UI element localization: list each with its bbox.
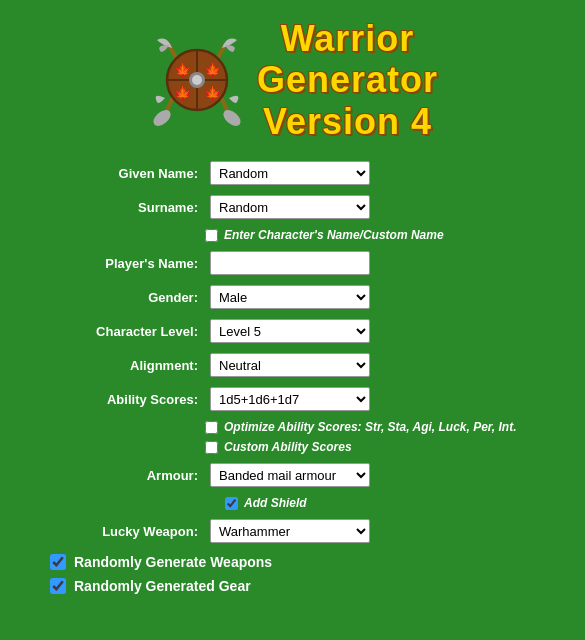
optimize-ability-checkbox[interactable]	[205, 421, 218, 434]
custom-name-checkbox-row: Enter Character's Name/Custom Name	[50, 228, 535, 242]
alignment-label: Alignment:	[50, 358, 210, 373]
gender-select[interactable]: Male Female	[210, 285, 370, 309]
title-line1: Warrior	[257, 18, 438, 59]
svg-point-3	[220, 107, 243, 129]
header: 🍁 🍁 🍁 🍁 Warrior Generator Version 4	[20, 10, 565, 142]
character-level-row: Character Level: Level 1Level 2Level 3Le…	[50, 318, 535, 344]
custom-ability-checkbox-row: Custom Ability Scores	[50, 440, 535, 454]
bottom-checkboxes: Randomly Generate Weapons Randomly Gener…	[20, 554, 565, 594]
custom-ability-label[interactable]: Custom Ability Scores	[224, 440, 352, 454]
armour-label: Armour:	[50, 468, 210, 483]
given-name-select[interactable]: Random Custom	[210, 161, 370, 185]
lucky-weapon-row: Lucky Weapon: Warhammer Longsword Dagger…	[50, 518, 535, 544]
lucky-weapon-label: Lucky Weapon:	[50, 524, 210, 539]
given-name-row: Given Name: Random Custom	[50, 160, 535, 186]
surname-row: Surname: Random Custom	[50, 194, 535, 220]
random-gear-label[interactable]: Randomly Generated Gear	[74, 578, 251, 594]
svg-text:🍁: 🍁	[173, 85, 191, 102]
custom-ability-checkbox[interactable]	[205, 441, 218, 454]
ability-scores-row: Ability Scores: 1d5+1d6+1d7 3d6 4d6 drop…	[50, 386, 535, 412]
lucky-weapon-select[interactable]: Warhammer Longsword Dagger Axe Spear Mac…	[210, 519, 370, 543]
title-text: Warrior Generator Version 4	[257, 18, 438, 142]
title-line2: Generator	[257, 59, 438, 100]
optimize-checkbox-row: Optimize Ability Scores: Str, Sta, Agi, …	[50, 420, 535, 434]
armour-select[interactable]: No armour Leather armour Studded leather…	[210, 463, 370, 487]
shield-logo: 🍁 🍁 🍁 🍁	[147, 30, 247, 130]
surname-label: Surname:	[50, 200, 210, 215]
random-weapons-checkbox[interactable]	[50, 554, 66, 570]
random-gear-checkbox[interactable]	[50, 578, 66, 594]
gender-row: Gender: Male Female	[50, 284, 535, 310]
surname-select[interactable]: Random Custom	[210, 195, 370, 219]
gender-label: Gender:	[50, 290, 210, 305]
svg-point-14	[192, 75, 202, 85]
alignment-select[interactable]: Lawful GoodNeutral GoodChaotic Good Lawf…	[210, 353, 370, 377]
svg-text:🍁: 🍁	[173, 62, 191, 79]
optimize-ability-label[interactable]: Optimize Ability Scores: Str, Sta, Agi, …	[224, 420, 517, 434]
title-line3: Version 4	[257, 101, 438, 142]
character-level-label: Character Level:	[50, 324, 210, 339]
custom-name-checkbox[interactable]	[205, 229, 218, 242]
ability-scores-select[interactable]: 1d5+1d6+1d7 3d6 4d6 drop lowest 2d6+6	[210, 387, 370, 411]
random-weapons-label[interactable]: Randomly Generate Weapons	[74, 554, 272, 570]
add-shield-label[interactable]: Add Shield	[244, 496, 307, 510]
character-level-select[interactable]: Level 1Level 2Level 3Level 4 Level 5Leve…	[210, 319, 370, 343]
players-name-label: Player's Name:	[50, 256, 210, 271]
random-gear-row: Randomly Generated Gear	[50, 578, 565, 594]
svg-point-1	[150, 107, 173, 129]
armour-row: Armour: No armour Leather armour Studded…	[50, 462, 535, 488]
add-shield-checkbox[interactable]	[225, 497, 238, 510]
alignment-row: Alignment: Lawful GoodNeutral GoodChaoti…	[50, 352, 535, 378]
ability-scores-label: Ability Scores:	[50, 392, 210, 407]
logo-container: 🍁 🍁 🍁 🍁	[147, 30, 247, 130]
given-name-label: Given Name:	[50, 166, 210, 181]
random-weapons-row: Randomly Generate Weapons	[50, 554, 565, 570]
page-wrapper: 🍁 🍁 🍁 🍁 Warrior Generator Version 4 Give…	[0, 0, 585, 640]
add-shield-row: Add Shield	[50, 496, 535, 510]
players-name-input[interactable]	[210, 251, 370, 275]
custom-name-checkbox-label[interactable]: Enter Character's Name/Custom Name	[224, 228, 444, 242]
players-name-row: Player's Name:	[50, 250, 535, 276]
svg-text:🍁: 🍁	[203, 62, 221, 79]
form-area: Given Name: Random Custom Surname: Rando…	[20, 160, 565, 544]
